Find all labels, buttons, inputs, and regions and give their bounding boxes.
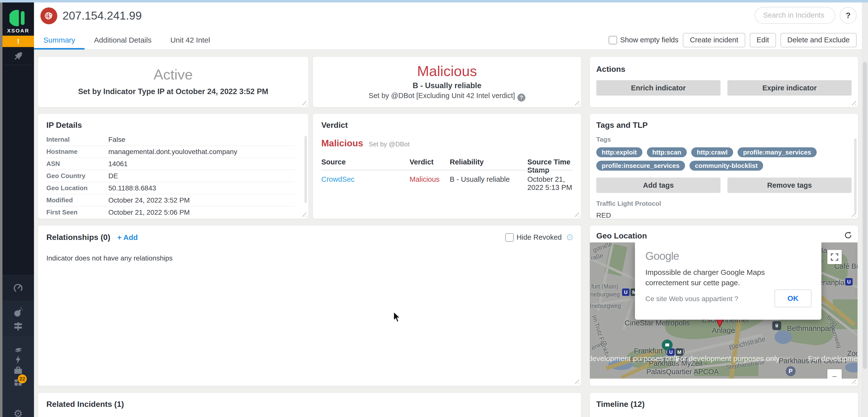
window-left-strip bbox=[0, 2, 2, 417]
show-empty-fields-toggle[interactable]: Show empty fields bbox=[609, 36, 678, 44]
help-tooltip-icon[interactable]: ? bbox=[518, 94, 525, 102]
tag-pill[interactable]: community-blocklist bbox=[689, 161, 763, 171]
page-title: 207.154.241.99 bbox=[62, 9, 142, 22]
field-row: InternalFalse bbox=[46, 134, 294, 146]
status-set-by: Set by Indicator Type IP at October 24, … bbox=[38, 87, 308, 96]
verdict-value: Malicious bbox=[321, 138, 363, 148]
tag-pill[interactable]: http:exploit bbox=[596, 147, 642, 157]
timeline-card: Timeline (12) bbox=[590, 392, 858, 417]
status-card: Active Set by Indicator Type IP at Octob… bbox=[38, 57, 309, 107]
verdict-banner-set-by: Set by @DBot [Excluding Unit 42 Intel ve… bbox=[313, 92, 581, 102]
tags-tlp-card: Tags and TLP Tags http:exploit http:scan… bbox=[590, 113, 858, 219]
sidebar-item-incidents-active[interactable]: ! bbox=[2, 36, 34, 47]
tab-additional-details[interactable]: Additional Details bbox=[85, 30, 161, 49]
card-scrollbar[interactable] bbox=[305, 136, 307, 203]
tag-pill[interactable]: profile:insecure_services bbox=[596, 161, 685, 171]
settings-gear-icon[interactable]: ⚙ bbox=[12, 408, 24, 417]
tag-pill[interactable]: http:scan bbox=[647, 147, 687, 157]
playbook-book-icon[interactable] bbox=[12, 342, 24, 354]
enrich-indicator-button[interactable]: Enrich indicator bbox=[596, 80, 720, 96]
add-relationship-link[interactable]: + Add bbox=[117, 233, 138, 242]
relationships-settings-gear-icon[interactable]: ⚙ bbox=[566, 232, 574, 242]
verdict-banner-reliability: B - Usually reliable bbox=[313, 81, 581, 90]
show-empty-fields-label: Show empty fields bbox=[620, 36, 678, 44]
relationships-title: Relationships (0) bbox=[46, 233, 110, 242]
search-in-incidents[interactable] bbox=[755, 7, 835, 24]
window-top-strip bbox=[0, 0, 868, 2]
refresh-icon[interactable] bbox=[844, 231, 852, 240]
relationships-card: Relationships (0) + Add Hide Revoked ⚙ I… bbox=[38, 225, 581, 386]
col-verdict: Verdict bbox=[410, 158, 434, 166]
resize-handle[interactable] bbox=[301, 211, 306, 217]
map-zoom-out-button[interactable]: − bbox=[827, 369, 842, 379]
verdict-banner-card: Malicious B - Usually reliable Set by @D… bbox=[313, 57, 581, 107]
related-incidents-card: Related Incidents (1) bbox=[38, 392, 581, 417]
status-value: Active bbox=[38, 66, 308, 83]
parking-badge: P bbox=[786, 366, 796, 376]
page-scrollbar-thumb[interactable] bbox=[863, 62, 867, 369]
ubahn-badge: U bbox=[622, 288, 629, 296]
marketplace-count-badge: 22 bbox=[18, 374, 27, 383]
verdict-card: Verdict Malicious Set by @DBot Source Ve… bbox=[313, 113, 581, 219]
map-label: CineStar Metropolis bbox=[624, 319, 690, 327]
map-fullscreen-button[interactable] bbox=[827, 250, 842, 264]
row-timestamp: October 21, 2022 5:13 PM bbox=[527, 175, 581, 192]
hide-revoked-label: Hide Revoked bbox=[517, 233, 562, 241]
sidebar-divider bbox=[4, 65, 32, 65]
dialog-ok-button[interactable]: OK bbox=[775, 289, 811, 307]
google-logo: Google bbox=[645, 250, 679, 262]
verdict-set-by: Set by @DBot bbox=[369, 140, 410, 148]
remove-tags-button[interactable]: Remove tags bbox=[727, 178, 851, 193]
field-row: Geo CountryDE bbox=[46, 170, 294, 182]
col-timestamp: Source Time Stamp bbox=[527, 158, 581, 174]
add-tags-button[interactable]: Add tags bbox=[596, 178, 720, 193]
actions-card: Actions Enrich indicator Expire indicato… bbox=[590, 57, 858, 107]
signpost-icon[interactable] bbox=[12, 320, 24, 332]
bomb-icon[interactable] bbox=[12, 307, 24, 318]
google-map[interactable]: CineStar Metropolis Eschenheimer Anlage … bbox=[590, 242, 858, 379]
xsoar-logo-icon[interactable] bbox=[9, 9, 27, 27]
map-label: Ineburgweg bbox=[590, 302, 621, 309]
delete-and-exclude-button[interactable]: Delete and Exclude bbox=[780, 33, 857, 47]
tab-summary[interactable]: Summary bbox=[34, 30, 85, 49]
tag-pill[interactable]: profile:many_services bbox=[738, 147, 817, 157]
help-button[interactable]: ? bbox=[840, 7, 857, 24]
timeline-title: Timeline (12) bbox=[596, 399, 858, 409]
rail-poi-icon bbox=[772, 321, 781, 330]
automation-lightning-icon[interactable] bbox=[12, 354, 24, 366]
xsoar-brand-label: XSOAR bbox=[2, 28, 34, 34]
ip-details-card: IP Details InternalFalse Hostnamemanagem… bbox=[38, 113, 309, 219]
map-label: furt (Main) bbox=[591, 283, 618, 290]
create-incident-button[interactable]: Create incident bbox=[683, 33, 745, 47]
map-label: PalaisQuartier APCOA bbox=[646, 368, 719, 376]
tags-tlp-title: Tags and TLP bbox=[596, 120, 858, 130]
field-row: Geo Location50.1188:8.6843 bbox=[46, 182, 294, 195]
pin-icon[interactable] bbox=[12, 50, 24, 62]
resize-handle[interactable] bbox=[301, 100, 306, 105]
google-maps-error-dialog: Google Impossible de charger Google Maps… bbox=[635, 242, 822, 320]
tags-label: Tags bbox=[596, 136, 858, 143]
hide-revoked-checkbox[interactable] bbox=[505, 233, 514, 242]
resize-handle[interactable] bbox=[574, 378, 579, 384]
tag-pill[interactable]: http:crawl bbox=[691, 147, 733, 157]
search-input[interactable] bbox=[763, 11, 831, 20]
source-link[interactable]: CrowdSec bbox=[321, 175, 354, 183]
active-tab-underline bbox=[34, 48, 85, 49]
resize-handle[interactable] bbox=[574, 211, 579, 217]
geo-location-title: Geo Location bbox=[596, 231, 858, 240]
expire-indicator-button[interactable]: Expire indicator bbox=[727, 80, 851, 96]
show-empty-fields-checkbox[interactable] bbox=[609, 36, 617, 44]
dashboard-gauge-icon[interactable] bbox=[12, 282, 24, 294]
ip-indicator-icon bbox=[40, 7, 57, 24]
resize-handle[interactable] bbox=[850, 378, 856, 384]
map-watermark: For development purposes only bbox=[675, 354, 779, 363]
card-scrollbar[interactable] bbox=[854, 138, 857, 213]
tab-unit42-intel[interactable]: Unit 42 Intel bbox=[161, 30, 219, 49]
ip-details-title: IP Details bbox=[46, 120, 308, 130]
resize-handle[interactable] bbox=[850, 100, 856, 105]
mouse-cursor bbox=[393, 312, 401, 323]
tlp-label: Traffic Light Protocol bbox=[596, 200, 858, 208]
cinema-poi-icon bbox=[662, 340, 673, 350]
verdict-title: Verdict bbox=[321, 120, 581, 130]
edit-button[interactable]: Edit bbox=[750, 33, 776, 47]
